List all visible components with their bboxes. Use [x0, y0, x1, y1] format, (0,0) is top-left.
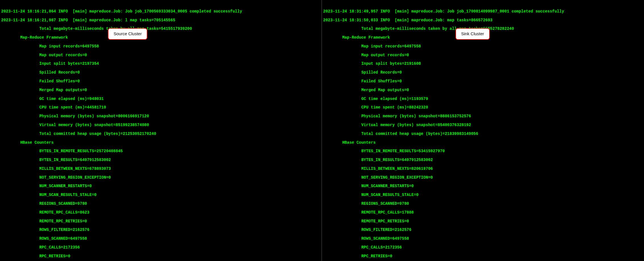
counter-line: BYTES_IN_RESULTS=6497912583002: [323, 158, 643, 162]
log-line: 2023-11-24 18:16:21,864 INFO [main] mapr…: [1, 9, 320, 14]
counter-line: Virtual memory (bytes) snapshot=85400376…: [323, 123, 643, 127]
counter-line: ROWS_FILTERED=2162576: [1, 228, 320, 232]
section-header: Map-Reduce Framework: [1, 36, 320, 40]
log-line: 2023-11-24 18:31:50,033 INFO [main] mapr…: [323, 18, 643, 22]
sink-terminal: Sink Cluster 2023-11-24 18:31:49,957 INF…: [322, 0, 644, 261]
section-header: HBase Counters: [1, 141, 320, 145]
counter-line: GC time elapsed (ms)=948031: [1, 97, 320, 101]
counter-line: BYTES_IN_REMOTE_RESULTS=53415927970: [323, 149, 643, 153]
section-header: HBase Counters: [323, 141, 643, 145]
counter-line: NUM_SCANNER_RESTARTS=0: [1, 184, 320, 188]
counter-line: Failed Shuffles=0: [323, 79, 643, 83]
counter-line: RPC_CALLS=2172356: [1, 245, 320, 250]
counter-line: REMOTE_RPC_RETRIES=0: [323, 219, 643, 224]
counter-line: REMOTE_RPC_CALLS=17888: [323, 210, 643, 215]
counter-line: GC time elapsed (ms)=1193579: [323, 97, 643, 101]
counter-line: NUM_SCANNER_RESTARTS=0: [323, 184, 643, 188]
counter-line: NOT_SERVING_REGION_EXCEPTION=0: [323, 176, 643, 180]
counter-line: REGIONS_SCANNED=9780: [323, 202, 643, 206]
counter-line: RPC_RETRIES=0: [323, 254, 643, 258]
counter-line: Total committed heap usage (bytes)=21253…: [1, 132, 320, 136]
counter-line: ROWS_SCANNED=6497558: [1, 237, 320, 241]
counter-line: ROWS_FILTERED=2162576: [323, 228, 643, 232]
source-terminal: Source Cluster 2023-11-24 18:16:21,864 I…: [0, 0, 322, 261]
counter-line: CPU time spent (ms)=88242320: [323, 105, 643, 110]
counter-line: CPU time spent (ms)=44581710: [1, 105, 320, 110]
counter-line: Merged Map outputs=0: [323, 88, 643, 92]
counter-line: Physical memory (bytes) snapshot=8006166…: [1, 114, 320, 118]
log-line: 2023-11-24 18:16:21,987 INFO [main] mapr…: [1, 18, 320, 22]
counter-line: Map input records=6497558: [323, 44, 643, 49]
counter-line: REMOTE_RPC_RETRIES=0: [1, 219, 320, 224]
sink-cluster-badge: Sink Cluster: [455, 28, 490, 40]
counter-line: Spilled Records=0: [1, 70, 320, 75]
counter-line: NUM_SCAN_RESULTS_STALE=0: [1, 193, 320, 197]
source-cluster-badge: Source Cluster: [108, 28, 147, 40]
counter-line: Map output records=0: [1, 53, 320, 57]
counter-line: Input split bytes=2197354: [1, 62, 320, 66]
counter-line: ROWS_SCANNED=6497558: [323, 237, 643, 241]
counter-line: NUM_SCAN_RESULTS_STALE=0: [323, 193, 643, 197]
counter-line: Physical memory (bytes) snapshot=8886153…: [323, 114, 643, 118]
counter-line: Input split bytes=2191608: [323, 62, 643, 66]
counter-line: BYTES_IN_REMOTE_RESULTS=25720408845: [1, 149, 320, 153]
counter-line: BYTES_IN_RESULTS=6497912583002: [1, 158, 320, 162]
counter-line: Merged Map outputs=0: [1, 88, 320, 92]
counter-line: Failed Shuffles=0: [1, 79, 320, 83]
counter-line: NOT_SERVING_REGION_EXCEPTION=0: [1, 176, 320, 180]
counter-line: Spilled Records=0: [323, 70, 643, 75]
counter-line: Total megabyte-milliseconds taken by all…: [1, 27, 320, 31]
counter-line: Map output records=0: [323, 53, 643, 57]
log-line: 2023-11-24 18:31:49,957 INFO [main] mapr…: [323, 9, 643, 14]
counter-line: REGIONS_SCANNED=9780: [1, 202, 320, 206]
counter-line: MILLIS_BETWEEN_NEXTS=678893073: [1, 167, 320, 171]
counter-line: Map input records=6497558: [1, 44, 320, 49]
counter-line: REMOTE_RPC_CALLS=8623: [1, 210, 320, 215]
counter-line: RPC_RETRIES=0: [1, 254, 320, 258]
counter-line: Virtual memory (bytes) snapshot=85199238…: [1, 123, 320, 127]
counter-line: MILLIS_BETWEEN_NEXTS=820619706: [323, 167, 643, 171]
counter-line: Total committed heap usage (bytes)=21839…: [323, 132, 643, 136]
counter-line: RPC_CALLS=2172356: [323, 245, 643, 250]
